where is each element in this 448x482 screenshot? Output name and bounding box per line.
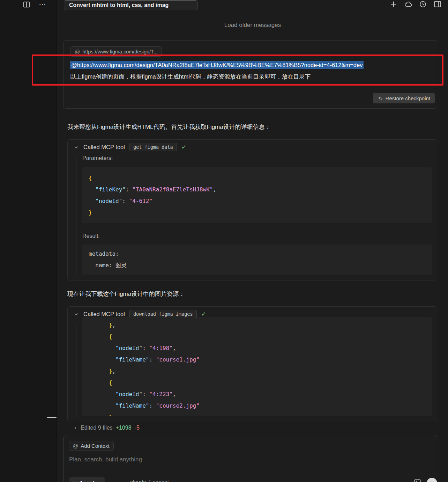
chevron-right-icon: [73, 425, 77, 430]
app-window: ⋯ Convert mhtml to html, css, and imag L…: [0, 0, 448, 482]
parameters-label: Parameters:: [82, 155, 437, 163]
parameters-code-block: { "fileKey": "TA0aNRa2f8aE7leTsHJ8wK", "…: [82, 167, 432, 223]
selected-text-line: @https://www.figma.com/design/TA0aNRa2f8…: [70, 62, 364, 68]
tool-header[interactable]: Called MCP tool download_figma_images ✓: [68, 307, 437, 317]
selected-url-text: @https://www.figma.com/design/TA0aNRa2f8…: [70, 61, 364, 69]
result-label: Result:: [82, 233, 437, 241]
assistant-message: 我来帮您从Figma设计生成HTML代码。首先让我获取Figma设计的详细信息：: [67, 123, 271, 131]
layout-panel-icon[interactable]: [433, 0, 442, 8]
at-icon: @: [75, 49, 80, 54]
edited-files-row[interactable]: Edited 9 files +1098 -5: [63, 421, 437, 434]
check-icon: ✓: [201, 311, 206, 318]
tool-header-label: Called MCP tool: [83, 144, 125, 151]
composer-box: @ Add Context Plan, search, build anythi…: [63, 435, 437, 482]
sidebar-topbar: ⋯: [0, 0, 57, 14]
chevron-down-icon: [171, 480, 175, 482]
resize-handle[interactable]: [47, 417, 57, 418]
at-icon: @: [73, 443, 78, 449]
editor-sidebar: ⋯: [0, 0, 57, 482]
context-chip-url: https://www.figma.com/design/T...: [82, 49, 157, 54]
mcp-tool-panel-get-figma-data: Called MCP tool get_figma_data ✓ Paramet…: [67, 139, 437, 280]
add-context-label: Add Context: [81, 443, 110, 449]
tool-header[interactable]: Called MCP tool get_figma_data ✓: [68, 140, 437, 150]
result-code-block: metadata: name: 图灵: [82, 244, 432, 275]
user-message[interactable]: @ https://www.figma.com/design/T... @htt…: [63, 40, 437, 109]
title-fade: [179, 1, 197, 10]
split-editor-icon[interactable]: [22, 0, 31, 9]
tool-name-badge[interactable]: download_figma_images: [129, 310, 197, 318]
user-message-text: 以上figma创建的页面，根据figma设计生成html代码，静态资源放在当前目…: [70, 73, 311, 81]
chat-panel: Convert mhtml to html, css, and imag Loa…: [57, 0, 448, 482]
context-chip[interactable]: @ https://www.figma.com/design/T...: [70, 46, 162, 57]
tool-name-badge[interactable]: get_figma_data: [129, 143, 177, 151]
history-icon[interactable]: [419, 0, 427, 8]
assistant-message: 现在让我下载这个Figma设计中的图片资源：: [67, 290, 185, 298]
cloud-icon[interactable]: [404, 0, 412, 8]
agent-mode-label: Agent: [79, 480, 95, 482]
add-context-button[interactable]: @ Add Context: [69, 441, 114, 451]
send-button[interactable]: ↑: [427, 478, 437, 482]
edited-files-label: Edited 9 files: [81, 425, 113, 431]
chevron-down-icon: [73, 311, 79, 317]
topbar-actions: [389, 0, 442, 8]
chevron-down-icon: [73, 144, 79, 150]
chevron-down-icon: [97, 481, 101, 482]
image-attach-button[interactable]: [413, 478, 421, 482]
additions-count: +1098: [116, 425, 132, 431]
agent-mode-selector[interactable]: ∞ Agent: [69, 477, 105, 482]
deletions-count: -5: [135, 425, 140, 431]
composer-input[interactable]: Plan, search, build anything: [69, 456, 431, 465]
tool-header-label: Called MCP tool: [83, 311, 125, 317]
download-code-block: }, { "nodeId": "4:198", "fileName": "cou…: [82, 317, 432, 416]
infinity-icon: ∞: [73, 479, 77, 482]
model-selector[interactable]: claude-4-sonnet: [130, 479, 175, 482]
new-chat-plus-icon[interactable]: [389, 0, 398, 8]
model-label: claude-4-sonnet: [130, 479, 169, 482]
indent-guide: [76, 156, 76, 277]
check-icon: ✓: [181, 144, 186, 151]
indent-guide: [76, 323, 76, 418]
chat-title-tab[interactable]: Convert mhtml to html, css, and imag: [64, 0, 197, 10]
composer-bottom-row: ∞ Agent claude-4-sonnet ↑: [64, 477, 437, 482]
undo-icon: [378, 95, 383, 101]
load-older-messages[interactable]: Load older messages: [57, 22, 448, 29]
chat-title: Convert mhtml to html, css, and imag: [69, 2, 169, 8]
restore-checkpoint-label: Restore checkpoint: [386, 95, 430, 101]
restore-checkpoint-button[interactable]: Restore checkpoint: [373, 93, 435, 103]
mcp-tool-panel-download-figma-images: Called MCP tool download_figma_images ✓ …: [67, 306, 437, 422]
ellipsis-icon[interactable]: ⋯: [38, 0, 47, 8]
